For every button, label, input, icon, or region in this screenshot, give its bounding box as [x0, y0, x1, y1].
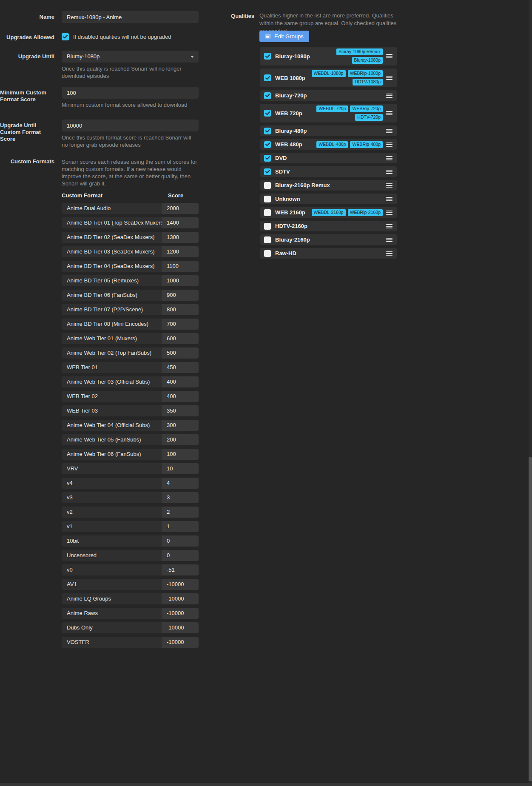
drag-handle-icon[interactable]: [386, 211, 393, 215]
custom-formats-row: Custom Formats Sonarr scores each releas…: [0, 157, 199, 187]
drag-handle-icon[interactable]: [386, 111, 393, 115]
custom-format-name: VRV: [62, 463, 162, 474]
custom-format-row: Anime Web Tier 01 (Muxers)600: [62, 333, 199, 344]
upgrades-allowed-checkbox[interactable]: [62, 33, 69, 40]
custom-format-row: Anime Dual Audio2000: [62, 203, 199, 214]
custom-format-score-input[interactable]: -10000: [162, 637, 199, 648]
quality-checkbox[interactable]: [264, 236, 271, 243]
quality-checkbox[interactable]: [264, 196, 271, 202]
custom-format-score-input[interactable]: 350: [162, 405, 199, 416]
custom-format-row: Anime Web Tier 04 (Official Subs)300: [62, 420, 199, 431]
quality-checkbox[interactable]: [264, 155, 271, 162]
custom-format-score-input[interactable]: 4: [162, 478, 199, 489]
min-custom-format-score-input[interactable]: [62, 87, 199, 99]
custom-format-score-input[interactable]: 1100: [162, 261, 199, 272]
custom-format-row: Anime BD Tier 01 (Top SeaDex Muxers)1400: [62, 217, 199, 228]
quality-checkbox[interactable]: [264, 92, 271, 99]
quality-checkbox[interactable]: [264, 182, 271, 189]
quality-checkbox[interactable]: [264, 110, 271, 117]
custom-format-score-input[interactable]: 10: [162, 463, 199, 474]
edit-groups-button[interactable]: Edit Groups: [259, 31, 309, 42]
quality-label: Bluray-1080p: [275, 53, 310, 60]
check-icon: [265, 156, 270, 160]
custom-format-score-input[interactable]: 1400: [162, 217, 199, 228]
custom-format-score-input[interactable]: 3: [162, 492, 199, 503]
drag-handle-icon[interactable]: [386, 156, 393, 160]
quality-group-badge: WEBDL-720p: [316, 105, 348, 112]
custom-format-score-input[interactable]: 400: [162, 376, 199, 387]
quality-label: Bluray-2160p Remux: [275, 182, 330, 188]
custom-format-row: Anime Raws-10000: [62, 608, 199, 619]
drag-handle-icon[interactable]: [386, 129, 393, 133]
drag-handle-icon[interactable]: [386, 224, 393, 228]
upgrade-until-select[interactable]: Bluray-1080p: [62, 51, 199, 63]
custom-format-score-input[interactable]: 100: [162, 449, 199, 460]
quality-label: WEB 1080p: [275, 75, 305, 81]
custom-format-row: Anime Web Tier 05 (FanSubs)200: [62, 434, 199, 445]
custom-format-name: v3: [62, 492, 162, 503]
quality-row: DVD: [260, 153, 397, 163]
score-column-header: Score: [168, 192, 183, 199]
upgrade-until-custom-format-score-label: Upgrade Until Custom Format Score: [0, 120, 54, 148]
custom-format-score-input[interactable]: 500: [162, 347, 199, 359]
custom-format-name: Uncensored: [62, 550, 162, 561]
custom-format-score-input[interactable]: 1300: [162, 232, 199, 243]
custom-format-score-input[interactable]: 2000: [162, 203, 199, 214]
custom-format-row: Anime Web Tier 06 (FanSubs)100: [62, 449, 199, 460]
custom-format-score-input[interactable]: -10000: [162, 608, 199, 619]
quality-label: WEB 2160p: [275, 209, 305, 216]
quality-row: WEB 1080pWEBDL-1080pWEBRip-1080pHDTV-108…: [260, 68, 397, 87]
custom-format-score-input[interactable]: 600: [162, 333, 199, 344]
custom-format-score-input[interactable]: -10000: [162, 579, 199, 590]
check-icon: [63, 35, 68, 39]
drag-handle-icon[interactable]: [386, 54, 393, 58]
drag-handle-icon[interactable]: [386, 238, 393, 242]
custom-format-score-input[interactable]: 800: [162, 304, 199, 315]
custom-format-score-input[interactable]: 450: [162, 362, 199, 373]
name-field-row: Name: [0, 11, 199, 23]
drag-handle-icon[interactable]: [386, 94, 393, 98]
edit-groups-icon: [265, 34, 271, 39]
custom-format-score-input[interactable]: -10000: [162, 593, 199, 604]
custom-format-score-input[interactable]: 700: [162, 319, 199, 330]
check-icon: [265, 54, 270, 58]
quality-checkbox[interactable]: [264, 53, 271, 60]
upgrade-until-custom-format-score-input[interactable]: [62, 120, 199, 131]
check-icon: [265, 129, 270, 133]
custom-format-score-input[interactable]: 300: [162, 420, 199, 431]
quality-group-badges: [311, 94, 383, 98]
upgrade-until-label: Upgrade Until: [0, 51, 54, 80]
quality-checkbox[interactable]: [264, 74, 271, 81]
scrollbar-thumb[interactable]: [529, 457, 532, 781]
custom-format-score-input[interactable]: 400: [162, 391, 199, 402]
quality-checkbox[interactable]: [264, 223, 271, 230]
drag-handle-icon[interactable]: [386, 183, 393, 188]
custom-format-score-input[interactable]: 1: [162, 521, 199, 532]
drag-handle-icon[interactable]: [386, 76, 393, 80]
quality-checkbox[interactable]: [264, 209, 271, 216]
drag-handle-icon[interactable]: [386, 251, 393, 256]
custom-format-name: v1: [62, 521, 162, 532]
name-input[interactable]: [62, 11, 199, 23]
custom-format-name: Anime Web Tier 02 (Top FanSubs): [62, 347, 162, 359]
custom-format-score-input[interactable]: 2: [162, 507, 199, 518]
custom-format-score-input[interactable]: 1000: [162, 275, 199, 286]
quality-checkbox[interactable]: [264, 168, 271, 175]
upgrade-until-custom-format-score-row: Upgrade Until Custom Format Score Once t…: [0, 120, 199, 148]
quality-group-badges: [304, 197, 383, 201]
drag-handle-icon[interactable]: [386, 142, 393, 147]
custom-format-score-input[interactable]: 1200: [162, 246, 199, 257]
edit-groups-button-label: Edit Groups: [274, 33, 304, 40]
quality-checkbox[interactable]: [264, 141, 271, 148]
custom-format-score-input[interactable]: 0: [162, 550, 199, 561]
quality-checkbox[interactable]: [264, 250, 271, 257]
custom-format-score-input[interactable]: 900: [162, 290, 199, 301]
custom-format-score-input[interactable]: -10000: [162, 622, 199, 633]
drag-handle-icon[interactable]: [386, 197, 393, 201]
quality-checkbox[interactable]: [264, 128, 271, 134]
custom-format-score-input[interactable]: 200: [162, 434, 199, 445]
custom-format-score-input[interactable]: 0: [162, 535, 199, 547]
quality-group-badges: [312, 224, 383, 228]
drag-handle-icon[interactable]: [386, 170, 393, 174]
custom-format-score-input[interactable]: -51: [162, 564, 199, 575]
